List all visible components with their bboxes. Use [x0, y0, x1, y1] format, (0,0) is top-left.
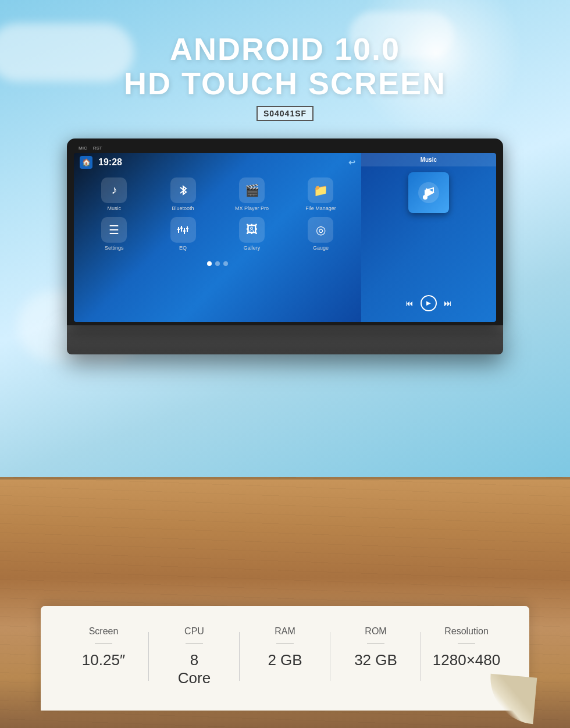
prev-button[interactable]: ⏮ [405, 299, 414, 308]
title-area: ANDROID 10.0 HD TOUCH SCREEN S04041SF [0, 0, 570, 121]
app-gallery-label: Gallery [244, 245, 261, 251]
rst-label: RST [93, 145, 102, 151]
app-bluetooth-label: Bluetooth [172, 205, 194, 211]
gauge-icon: ◎ [308, 217, 333, 243]
music-controls: ⏮ ▶ ⏭ [361, 290, 496, 316]
next-button[interactable]: ⏭ [444, 299, 452, 308]
title-line2: HD TOUCH SCREEN [0, 66, 570, 101]
bezel-top: MIC RST [74, 144, 496, 153]
screen-topbar: 🏠 19:28 ↩ [74, 153, 361, 172]
eq-icon [170, 217, 196, 243]
file-manager-icon: 📁 [308, 177, 333, 203]
music-album-art [408, 172, 449, 213]
spec-divider [367, 644, 384, 644]
spec-rom-label: ROM [365, 626, 386, 637]
title-line1: ANDROID 10.0 [0, 32, 570, 66]
spec-divider [458, 644, 475, 644]
app-mx-player[interactable]: 🎬 MX Player Pro [220, 177, 283, 211]
app-music[interactable]: ♪ Music [83, 177, 145, 211]
gallery-icon: 🖼 [239, 217, 265, 243]
home-button[interactable]: 🏠 [80, 156, 92, 169]
music-header: Music [361, 153, 496, 166]
spec-cpu: CPU 8Core [149, 626, 240, 687]
device-outer: MIC RST 🏠 19:28 ↩ [67, 139, 503, 354]
app-music-label: Music [107, 205, 121, 211]
bluetooth-icon [170, 177, 196, 203]
dot-1[interactable] [207, 261, 212, 266]
app-mx-player-label: MX Player Pro [235, 205, 269, 211]
app-bluetooth[interactable]: Bluetooth [151, 177, 214, 211]
device-base [67, 325, 503, 354]
screen-right-panel: Music ⏮ ▶ ⏭ [361, 153, 496, 322]
sky-background: ANDROID 10.0 HD TOUCH SCREEN S04041SF MI… [0, 0, 570, 477]
spec-divider [186, 644, 203, 644]
mic-label: MIC [79, 145, 87, 151]
app-file-manager-label: File Manager [305, 205, 336, 211]
app-gauge[interactable]: ◎ Gauge [289, 217, 352, 251]
screen-display: 🏠 19:28 ↩ ♪ Music [74, 153, 496, 322]
app-eq-label: EQ [179, 245, 187, 251]
spec-rom: ROM 32 GB [330, 626, 421, 687]
spec-resolution-value: 1280×480 [433, 651, 500, 669]
app-settings-label: Settings [105, 245, 124, 251]
spec-divider [95, 644, 112, 644]
play-button[interactable]: ▶ [421, 295, 437, 311]
spec-screen-label: Screen [89, 626, 119, 637]
settings-icon: ☰ [101, 217, 127, 243]
app-file-manager[interactable]: 📁 File Manager [289, 177, 352, 211]
app-grid: ♪ Music Bluetooth [74, 172, 361, 257]
device-container: MIC RST 🏠 19:28 ↩ [0, 139, 570, 354]
spec-ram-label: RAM [275, 626, 295, 637]
spec-divider [276, 644, 294, 644]
mx-player-icon: 🎬 [239, 177, 265, 203]
app-settings[interactable]: ☰ Settings [83, 217, 145, 251]
spec-rom-value: 32 GB [354, 651, 397, 669]
screen-bezel: MIC RST 🏠 19:28 ↩ [67, 139, 503, 325]
app-gallery[interactable]: 🖼 Gallery [220, 217, 283, 251]
spec-ram: RAM 2 GB [240, 626, 330, 687]
page-dots [74, 257, 361, 271]
spec-screen: Screen 10.25″ [58, 626, 149, 687]
spec-cpu-value: 8Core [178, 651, 211, 687]
app-eq[interactable]: EQ [151, 217, 214, 251]
spec-cpu-label: CPU [184, 626, 204, 637]
specs-grid: Screen 10.25″ CPU 8Core RAM 2 GB ROM 32 … [58, 626, 512, 687]
back-button[interactable]: ↩ [348, 158, 355, 167]
spec-screen-value: 10.25″ [82, 651, 125, 669]
spec-resolution-label: Resolution [444, 626, 489, 637]
svg-point-9 [423, 195, 428, 200]
music-icon: ♪ [101, 177, 127, 203]
spec-resolution: Resolution 1280×480 [421, 626, 512, 687]
screen-left-panel: 🏠 19:28 ↩ ♪ Music [74, 153, 361, 322]
spec-ram-value: 2 GB [268, 651, 302, 669]
dot-2[interactable] [215, 261, 220, 266]
topbar-time: 19:28 [98, 157, 122, 168]
desk-section: Screen 10.25″ CPU 8Core RAM 2 GB ROM 32 … [0, 477, 570, 728]
model-badge: S04041SF [256, 106, 314, 121]
app-gauge-label: Gauge [313, 245, 329, 251]
specs-card: Screen 10.25″ CPU 8Core RAM 2 GB ROM 32 … [41, 606, 529, 711]
dot-3[interactable] [223, 261, 228, 266]
